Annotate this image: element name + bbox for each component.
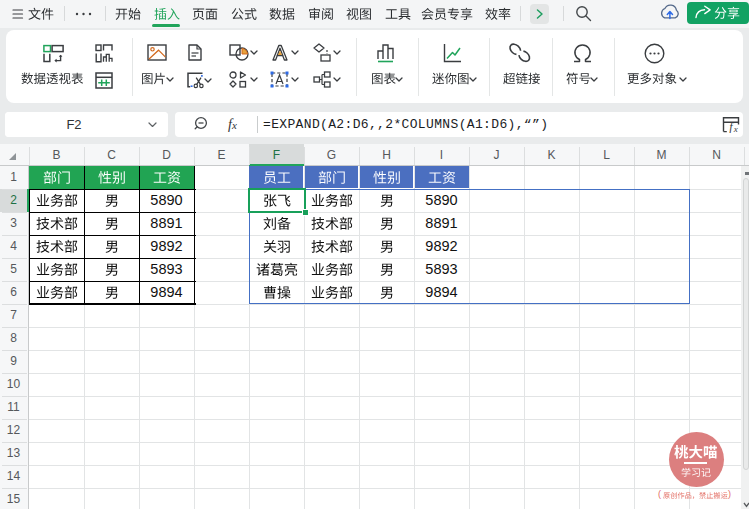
svg-text:x: x: [733, 124, 738, 133]
